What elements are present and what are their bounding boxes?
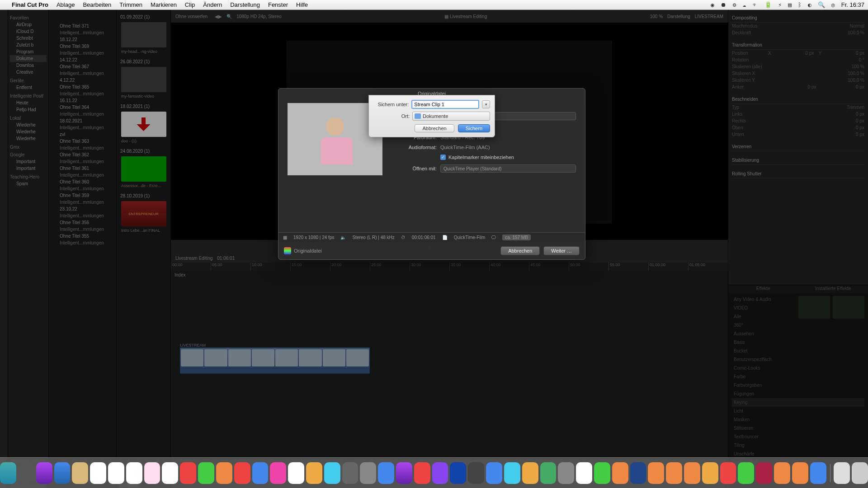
library-item[interactable]: Ohne Titel 364 <box>49 104 116 111</box>
sidebar-item[interactable]: Dokume <box>10 55 47 62</box>
wifi-icon[interactable]: ᯤ <box>752 1 758 8</box>
library-item[interactable]: Ohne Titel 365 <box>49 84 116 90</box>
dock-app-icon[interactable] <box>612 462 628 484</box>
dock-imovie-icon[interactable] <box>396 462 412 484</box>
library-item[interactable]: zvl <box>49 131 116 138</box>
sidebar-item[interactable]: Important <box>10 165 47 172</box>
clip-thumbnail[interactable] <box>121 67 166 92</box>
dock-calendar-icon[interactable] <box>126 462 142 484</box>
dock-app-icon[interactable] <box>378 462 394 484</box>
save-cancel-button[interactable]: Abbrechen <box>415 124 454 132</box>
nav-icon[interactable]: ◀▶ <box>215 14 222 19</box>
library-item[interactable]: Intelligent...mmlungen <box>49 90 116 97</box>
insp-value[interactable]: 0 px <box>856 125 864 130</box>
dock-skype-icon[interactable] <box>504 462 520 484</box>
sidebar-item[interactable]: Entfernt <box>10 84 47 91</box>
bluetooth-icon[interactable]: ᛒ <box>798 1 802 8</box>
audio-clip[interactable] <box>180 368 370 374</box>
menu-hilfe[interactable]: Hilfe <box>296 1 308 8</box>
library-item[interactable]: 16.11.22 <box>49 97 116 104</box>
insp-value[interactable]: Normal <box>850 23 864 28</box>
dock-app-icon[interactable] <box>432 462 448 484</box>
save-confirm-button[interactable]: Sichern <box>458 124 490 132</box>
export-cancel-button[interactable]: Abbrechen <box>500 246 540 255</box>
dock-app-icon[interactable] <box>720 462 736 484</box>
dock-app-icon[interactable] <box>576 462 592 484</box>
dock-app-icon[interactable] <box>540 462 557 484</box>
library-item[interactable]: Ohne Titel 367 <box>49 63 116 70</box>
sidebar-item[interactable]: Wiederhe <box>10 122 47 128</box>
timeline[interactable]: Index LIVESTREAM <box>171 271 728 488</box>
dock-app-icon[interactable] <box>522 462 538 484</box>
library-item[interactable]: Ohne Titel 362 <box>49 151 116 158</box>
dock-photoshop-icon[interactable] <box>450 462 466 484</box>
dock-app-icon[interactable] <box>468 462 484 484</box>
clip-thumbnail[interactable]: ENTREPRENEUR <box>121 201 166 226</box>
dock-app-icon[interactable] <box>36 462 52 484</box>
fx-category[interactable]: Masken <box>732 415 864 424</box>
fx-category[interactable]: Basis <box>732 338 864 347</box>
clip-thumbnail[interactable] <box>121 156 166 182</box>
library-item[interactable]: Intelligent...mmlungen <box>49 158 116 165</box>
app-menu[interactable]: Final Cut Pro <box>12 1 48 8</box>
dock-trash-icon[interactable] <box>852 462 868 484</box>
sidebar-item[interactable]: Creative <box>10 69 47 75</box>
zoom-level[interactable]: 100 % <box>650 14 663 19</box>
dock-app-icon[interactable] <box>72 462 88 484</box>
insp-section-header[interactable]: Verzerren <box>732 142 864 151</box>
library-item[interactable]: Ohne Titel 356 <box>49 219 116 226</box>
export-next-button[interactable]: Weiter … <box>543 246 580 255</box>
library-item[interactable]: Intelligent...mmlungen <box>49 50 116 56</box>
dock-app-icon[interactable] <box>702 462 718 484</box>
filename-input[interactable] <box>411 100 479 109</box>
menu-trimmen[interactable]: Trimmen <box>119 1 142 8</box>
library-item[interactable]: Intelligent...mmlungen <box>49 239 116 246</box>
dock-finder-icon[interactable] <box>0 462 16 484</box>
sidebar-item[interactable]: Wiederhe <box>10 128 47 135</box>
fx-category[interactable]: Tiling <box>732 441 864 450</box>
dock-messages-icon[interactable] <box>324 462 340 484</box>
dock-app-icon[interactable] <box>648 462 664 484</box>
fx-category[interactable]: Farbvorgaben <box>732 381 864 389</box>
menubar-clock[interactable]: Fr. 16:37 <box>841 1 864 8</box>
fx-category[interactable]: 360° <box>732 321 864 329</box>
chapters-checkbox[interactable]: ✓ <box>440 155 446 160</box>
dock-music-icon[interactable] <box>270 462 286 484</box>
status-icon[interactable]: ☁ <box>743 1 746 8</box>
library-item[interactable]: Intelligent...mmlungen <box>49 111 116 117</box>
library-item[interactable]: Intelligent...mmlungen <box>49 199 116 206</box>
menu-fenster[interactable]: Fenster <box>268 1 288 8</box>
dock-app-icon[interactable] <box>180 462 196 484</box>
video-clip[interactable] <box>180 347 370 368</box>
sidebar-item[interactable]: Heute <box>10 99 47 106</box>
library-item[interactable]: Ohne Titel 369 <box>49 43 116 50</box>
insp-value[interactable]: 0 px <box>856 112 864 117</box>
library-item[interactable]: Intelligent...mmlungen <box>49 185 116 192</box>
location-select[interactable]: Dokumente <box>412 112 490 121</box>
library-item[interactable]: 4.12.22 <box>49 77 116 84</box>
insp-section-header[interactable]: Beschneiden <box>732 95 864 104</box>
clip-thumbnail[interactable] <box>121 22 166 47</box>
sidebar-item[interactable]: Petjo Had <box>10 106 47 113</box>
insp-value[interactable]: 0 px <box>856 51 864 56</box>
insp-section-header[interactable]: Stabilisierung <box>732 156 864 165</box>
fx-category[interactable]: Comic-Looks <box>732 364 864 372</box>
search-icon[interactable]: 🔍 <box>226 14 232 19</box>
sidebar-item[interactable]: Downloa <box>10 62 47 69</box>
sidebar-item[interactable]: Wiederhe <box>10 135 47 142</box>
dock-app-icon[interactable] <box>792 462 808 484</box>
effects-tab[interactable]: Installierte Effekte <box>798 285 868 293</box>
insp-value[interactable]: 0 px <box>808 84 816 89</box>
fx-category[interactable]: Textbouncer <box>732 432 864 441</box>
dock-app-icon[interactable] <box>810 462 826 484</box>
timeline-index-button[interactable]: Index <box>175 272 185 277</box>
status-icon[interactable]: ⚙ <box>733 1 736 8</box>
dock-app-icon[interactable] <box>288 462 304 484</box>
fx-category[interactable]: Keying <box>732 398 864 407</box>
dock-app-icon[interactable] <box>594 462 610 484</box>
menu-clip[interactable]: Clip <box>185 1 195 8</box>
library-item[interactable]: Ohne Titel 360 <box>49 178 116 185</box>
fx-category[interactable]: Bucket <box>732 347 864 355</box>
effects-tab[interactable]: Effekte <box>728 285 798 293</box>
appearance-menu[interactable]: Darstellung <box>667 14 690 19</box>
